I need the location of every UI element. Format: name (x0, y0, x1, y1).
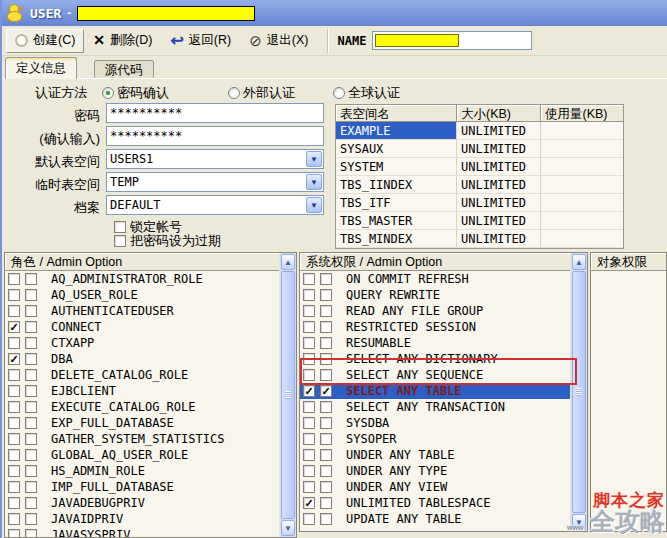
admin-option-checkbox[interactable] (320, 401, 332, 413)
sysprivs-scrollbar[interactable]: ▲ ▼ (570, 253, 587, 531)
privilege-list-item[interactable]: SELECT ANY SEQUENCE (300, 367, 587, 383)
admin-option-checkbox[interactable] (320, 273, 332, 285)
grant-checkbox[interactable] (8, 385, 20, 397)
admin-option-checkbox[interactable] (320, 321, 332, 333)
table-row[interactable]: SYSTEMUNLIMITED (336, 158, 623, 176)
privilege-list-item[interactable]: ✓UNLIMITED TABLESPACE (300, 495, 587, 511)
admin-option-checkbox[interactable] (25, 289, 37, 301)
default-tablespace-combo[interactable]: USERS1 ▼ (106, 149, 324, 169)
column-header-size[interactable]: 大小(KB) (457, 105, 541, 122)
grant-checkbox[interactable]: ✓ (303, 385, 315, 397)
role-list-item[interactable]: ✓CONNECT (5, 319, 296, 335)
grant-checkbox[interactable] (8, 481, 20, 493)
grant-checkbox[interactable] (8, 433, 20, 445)
admin-option-checkbox[interactable] (320, 289, 332, 301)
radio-password-auth[interactable]: 密码确认 (102, 84, 169, 102)
password-expire-checkbox[interactable] (114, 235, 126, 247)
table-row[interactable]: TBS_IINDEXUNLIMITED (336, 176, 623, 194)
role-list-item[interactable]: AQ_ADMINISTRATOR_ROLE (5, 271, 296, 287)
grant-checkbox[interactable] (303, 321, 315, 333)
exit-button[interactable]: ⊘ 退出(X) (240, 29, 317, 53)
admin-option-checkbox[interactable] (25, 401, 37, 413)
temp-tablespace-combo[interactable]: TEMP ▼ (106, 172, 324, 192)
scroll-down-icon[interactable]: ▼ (281, 520, 295, 536)
table-row[interactable]: TBS_MASTERUNLIMITED (336, 212, 623, 230)
password-input[interactable]: ********** (106, 103, 324, 123)
admin-option-checkbox[interactable] (25, 369, 37, 381)
admin-option-checkbox[interactable] (25, 353, 37, 365)
grant-checkbox[interactable] (8, 289, 20, 301)
grant-checkbox[interactable] (8, 465, 20, 477)
role-list-item[interactable]: JAVADEBUGPRIV (5, 495, 296, 511)
scroll-up-icon[interactable]: ▲ (572, 254, 586, 270)
privilege-list-item[interactable]: UPDATE ANY TABLE (300, 511, 587, 527)
admin-option-checkbox[interactable] (25, 337, 37, 349)
privilege-list-item[interactable]: ON COMMIT REFRESH (300, 271, 587, 287)
create-button[interactable]: 创建(C) (6, 29, 84, 53)
grant-checkbox[interactable] (8, 305, 20, 317)
role-list-item[interactable]: AUTHENTICATEDUSER (5, 303, 296, 319)
privilege-list-item[interactable]: UNDER ANY TABLE (300, 447, 587, 463)
role-list-item[interactable]: CTXAPP (5, 335, 296, 351)
privilege-list-item[interactable]: SELECT ANY DICTIONARY (300, 351, 587, 367)
grant-checkbox[interactable] (303, 337, 315, 349)
admin-option-checkbox[interactable] (25, 481, 37, 493)
grant-checkbox[interactable] (303, 305, 315, 317)
name-input[interactable] (372, 31, 532, 50)
privilege-list-item[interactable]: UNDER ANY TYPE (300, 463, 587, 479)
grant-checkbox[interactable] (303, 401, 315, 413)
admin-option-checkbox[interactable] (25, 321, 37, 333)
delete-button[interactable]: ✕ 删除(D) (84, 29, 161, 53)
grant-checkbox[interactable] (303, 513, 315, 525)
privilege-list-item[interactable]: SYSOPER (300, 431, 587, 447)
scroll-up-icon[interactable]: ▲ (281, 254, 295, 270)
grant-checkbox[interactable] (8, 273, 20, 285)
privilege-list-item[interactable]: ✓✓SELECT ANY TABLE (300, 383, 587, 399)
privilege-list-item[interactable]: RESTRICTED SESSION (300, 319, 587, 335)
privilege-list-item[interactable]: UNDER ANY VIEW (300, 479, 587, 495)
admin-option-checkbox[interactable] (25, 385, 37, 397)
tab-source-code[interactable]: 源代码 (94, 60, 154, 79)
admin-option-checkbox[interactable] (25, 433, 37, 445)
grant-checkbox[interactable] (8, 417, 20, 429)
role-list-item[interactable]: GATHER_SYSTEM_STATISTICS (5, 431, 296, 447)
grant-checkbox[interactable]: ✓ (8, 321, 20, 333)
admin-option-checkbox[interactable] (25, 497, 37, 509)
role-list-item[interactable]: EXP_FULL_DATABASE (5, 415, 296, 431)
admin-option-checkbox[interactable] (25, 465, 37, 477)
grant-checkbox[interactable] (8, 369, 20, 381)
grant-checkbox[interactable] (303, 465, 315, 477)
admin-option-checkbox[interactable] (25, 449, 37, 461)
role-list-item[interactable]: GLOBAL_AQ_USER_ROLE (5, 447, 296, 463)
grant-checkbox[interactable] (303, 289, 315, 301)
grant-checkbox[interactable] (303, 353, 315, 365)
grant-checkbox[interactable] (8, 497, 20, 509)
back-button[interactable]: ↩ 返回(R) (161, 29, 240, 53)
admin-option-checkbox[interactable] (320, 513, 332, 525)
column-header-name[interactable]: 表空间名 (336, 105, 457, 122)
grant-checkbox[interactable] (8, 513, 20, 525)
admin-option-checkbox[interactable] (25, 305, 37, 317)
grant-checkbox[interactable] (303, 433, 315, 445)
table-row[interactable]: SYSAUXUNLIMITED (336, 140, 623, 158)
role-list-item[interactable]: JAVASYSPRIV (5, 527, 296, 537)
grant-checkbox[interactable] (303, 417, 315, 429)
role-list-item[interactable]: HS_ADMIN_ROLE (5, 463, 296, 479)
admin-option-checkbox[interactable] (320, 353, 332, 365)
grant-checkbox[interactable] (303, 273, 315, 285)
privilege-list-item[interactable]: QUERY REWRITE (300, 287, 587, 303)
grant-checkbox[interactable] (303, 369, 315, 381)
confirm-password-input[interactable]: ********** (106, 126, 324, 146)
privilege-list-item[interactable]: SYSDBA (300, 415, 587, 431)
chevron-down-icon[interactable]: ▼ (306, 174, 322, 190)
scrollbar-thumb[interactable] (281, 271, 295, 519)
table-row[interactable]: TBS_ITFUNLIMITED (336, 194, 623, 212)
grant-checkbox[interactable] (8, 529, 20, 537)
privilege-list-item[interactable]: SELECT ANY TRANSACTION (300, 399, 587, 415)
role-list-item[interactable]: DELETE_CATALOG_ROLE (5, 367, 296, 383)
grant-checkbox[interactable]: ✓ (303, 497, 315, 509)
admin-option-checkbox[interactable] (320, 481, 332, 493)
admin-option-checkbox[interactable] (320, 337, 332, 349)
roles-scrollbar[interactable]: ▲ ▼ (279, 253, 296, 537)
table-row[interactable]: TBS_MINDEXUNLIMITED (336, 230, 623, 248)
